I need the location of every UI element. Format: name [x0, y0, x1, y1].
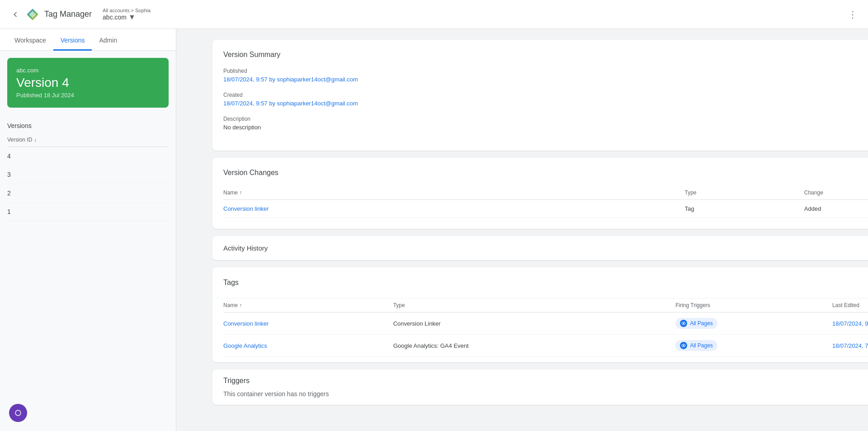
changes-type-header: Type [684, 186, 804, 200]
published-label: Published [223, 68, 862, 74]
top-nav: Tag Manager All accounts > Sophia abc.co… [0, 0, 868, 29]
tags-table: Name ↑ Type Firing Triggers Last Edited … [223, 298, 868, 357]
logo-text: Tag Manager [44, 9, 92, 19]
tags-title: Tags [223, 279, 239, 287]
published-value: 18/07/2024, 9:57 by sophiaparker14oct@gm… [223, 76, 862, 83]
tags-type-header: Type [393, 298, 675, 313]
google-analytics-tag-link[interactable]: Google Analytics [223, 335, 393, 357]
trigger-label-2: All Pages [690, 342, 713, 349]
tags-card-header: Tags [212, 267, 868, 298]
tag-edited-cell-2: 18/07/2024, 7:42 [832, 335, 868, 357]
svg-point-9 [683, 345, 684, 346]
activity-history-card[interactable]: Activity History › [212, 236, 868, 260]
tag-trigger-cell: All Pages [675, 335, 832, 357]
changes-change-header: Change [804, 186, 868, 200]
description-field: Description No description [223, 116, 862, 131]
tag-trigger-cell: All Pages [675, 313, 832, 335]
eye-icon [681, 321, 686, 326]
activity-title: Activity History [223, 244, 268, 252]
last-edited-value: 18/07/2024, 9:57 [832, 320, 868, 327]
created-label: Created [223, 92, 862, 98]
summary-left: Published 18/07/2024, 9:57 by sophiapark… [223, 68, 862, 140]
svg-point-3 [16, 411, 20, 415]
version-card-domain: abc.com [16, 67, 160, 74]
version-card-subtitle: Published 18 Jul 2024 [16, 92, 160, 99]
name-sort-icon: ↑ [239, 189, 242, 196]
triggers-empty-message: This container version has no triggers [223, 390, 868, 398]
tag-type-cell: Google Analytics: GA4 Event [393, 335, 675, 357]
version-summary-body: Version Summary Published 18/07/2024, 9:… [212, 40, 868, 151]
versions-title: Versions [7, 115, 169, 133]
tags-table-wrap: Name ↑ Type Firing Triggers Last Edited … [212, 298, 868, 357]
versions-table-header: Version ID ↓ [7, 133, 169, 147]
chevron-down-icon: ▼ [128, 13, 136, 21]
logo: Tag Manager [25, 7, 92, 22]
content-area: Workspace Versions Admin abc.com Version… [0, 29, 868, 431]
account-selector: All accounts > Sophia abc.com ▼ [103, 8, 151, 21]
logo-icon [25, 7, 40, 22]
version-summary-grid: Published 18/07/2024, 9:57 by sophiapark… [223, 68, 868, 140]
created-value: 18/07/2024, 9:57 by sophiaparker14oct@gm… [223, 100, 862, 107]
changes-change-cell: Added [804, 200, 868, 218]
changes-table-header-row: Name ↑ Type Change [223, 186, 868, 200]
versions-section: Versions Version ID ↓ 4 3 2 1 [0, 115, 176, 221]
fab-button[interactable] [9, 404, 27, 422]
eye-icon-2 [681, 343, 686, 348]
description-label: Description [223, 116, 862, 122]
version-summary-title: Version Summary [223, 51, 868, 59]
tag-type-cell: Conversion Linker [393, 313, 675, 335]
table-row[interactable]: 4 [7, 147, 169, 166]
description-value: No description [223, 124, 862, 131]
created-field: Created 18/07/2024, 9:57 by sophiaparker… [223, 92, 862, 107]
triggers-card-body: Triggers This container version has no t… [212, 369, 868, 405]
tag-edited-cell: 18/07/2024, 9:57 [832, 313, 868, 335]
panel-content: Version Summary Published 18/07/2024, 9:… [176, 29, 868, 416]
published-field: Published 18/07/2024, 9:57 by sophiapark… [223, 68, 862, 83]
svg-point-7 [683, 323, 684, 324]
tags-table-header-row: Name ↑ Type Firing Triggers Last Edited [223, 298, 868, 313]
table-row[interactable]: 1 [7, 203, 169, 221]
triggers-card: Triggers This container version has no t… [212, 369, 868, 405]
trigger-label: All Pages [690, 320, 713, 327]
tags-firing-header: Firing Triggers [675, 298, 832, 313]
last-edited-value-2: 18/07/2024, 7:42 [832, 342, 868, 349]
table-row: Conversion linker Conversion Linker [223, 313, 868, 335]
all-pages-trigger-icon [680, 320, 687, 327]
changes-name-header: Name ↑ [223, 186, 684, 200]
version-card-title: Version 4 [16, 76, 160, 90]
tags-edited-header: Last Edited [832, 298, 868, 313]
changes-type-cell: Tag [684, 200, 804, 218]
trigger-badge[interactable]: All Pages [675, 340, 717, 351]
version-changes-body: Version Changes Name ↑ Type Change [212, 158, 868, 229]
triggers-title: Triggers [223, 377, 868, 385]
table-row: Conversion linker Tag Added [223, 200, 868, 218]
tab-versions[interactable]: Versions [53, 31, 92, 51]
tags-name-sort-icon: ↑ [239, 302, 242, 308]
tags-card: Tags Name ↑ [212, 267, 868, 362]
account-dropdown[interactable]: abc.com ▼ [103, 13, 151, 21]
more-icon: ⋮ [848, 9, 857, 20]
version-changes-title: Version Changes [223, 169, 868, 177]
conversion-linker-link[interactable]: Conversion linker [223, 200, 684, 218]
conversion-linker-tag-link[interactable]: Conversion linker [223, 313, 393, 335]
table-row[interactable]: 2 [7, 184, 169, 203]
tab-workspace[interactable]: Workspace [7, 31, 53, 51]
sort-arrow-icon: ↓ [34, 137, 37, 143]
version-summary-card: Version Summary Published 18/07/2024, 9:… [212, 40, 868, 151]
tags-name-header: Name ↑ [223, 298, 393, 313]
account-name: abc.com [103, 14, 127, 21]
versions-table: 4 3 2 1 [7, 147, 169, 221]
more-options-button[interactable]: ⋮ [844, 6, 861, 23]
version-id-column-header: Version ID ↓ [7, 137, 37, 143]
back-button[interactable] [7, 6, 24, 23]
tab-admin[interactable]: Admin [92, 31, 124, 51]
table-row[interactable]: 3 [7, 166, 169, 184]
sidebar: Workspace Versions Admin abc.com Version… [0, 29, 176, 431]
sub-nav: Workspace Versions Admin [0, 29, 176, 51]
trigger-badge[interactable]: All Pages [675, 318, 717, 329]
all-pages-trigger-icon-2 [680, 342, 687, 349]
table-row: Google Analytics Google Analytics: GA4 E… [223, 335, 868, 357]
activity-history-row[interactable]: Activity History › [212, 236, 868, 260]
version-card: abc.com Version 4 Published 18 Jul 2024 [7, 58, 169, 108]
breadcrumb: All accounts > Sophia [103, 8, 151, 13]
